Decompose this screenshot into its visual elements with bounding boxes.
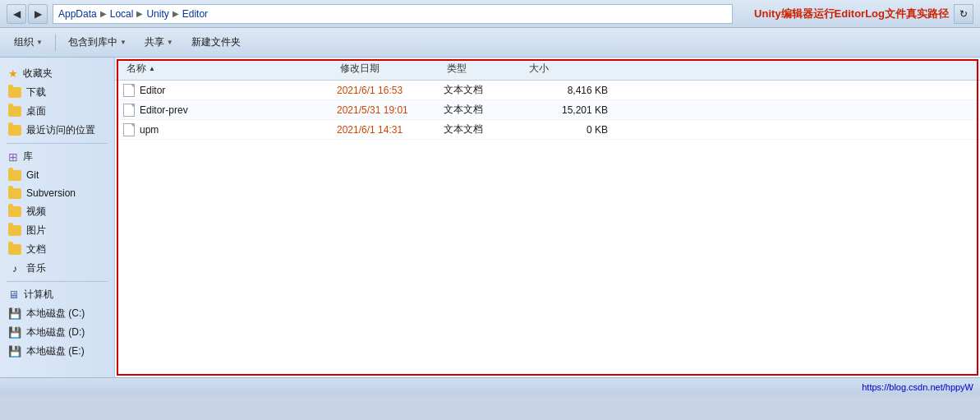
refresh-button[interactable]: ↻ bbox=[954, 4, 973, 24]
sidebar-git-label: Git bbox=[26, 169, 39, 181]
library-icon: ⊞ bbox=[8, 150, 18, 164]
toolbar-sep-1 bbox=[55, 35, 56, 51]
file-icon-1 bbox=[123, 104, 135, 117]
sort-arrow: ▲ bbox=[149, 65, 155, 72]
path-arrow-1: ▶ bbox=[100, 9, 107, 18]
path-editor[interactable]: Editor bbox=[182, 8, 208, 20]
file-icon-2 bbox=[123, 123, 135, 136]
cell-name-0: Editor bbox=[123, 84, 337, 97]
cell-type-1: 文本文档 bbox=[444, 103, 526, 117]
sidebar-computer-title: 🖥 计算机 bbox=[0, 285, 114, 304]
svn-icon bbox=[8, 187, 21, 200]
music-icon: ♪ bbox=[8, 262, 21, 275]
sidebar-item-images[interactable]: 图片 bbox=[0, 221, 114, 240]
organize-label: 组织 bbox=[14, 35, 34, 49]
column-header-type[interactable]: 类型 bbox=[444, 60, 526, 77]
sidebar-video-label: 视频 bbox=[26, 205, 46, 219]
drive-d-icon: 💾 bbox=[8, 326, 21, 339]
file-name-1: Editor-prev bbox=[140, 104, 188, 116]
path-unity[interactable]: Unity bbox=[146, 8, 168, 20]
share-arrow: ▼ bbox=[167, 39, 173, 46]
sidebar-item-music[interactable]: ♪ 音乐 bbox=[0, 259, 114, 278]
sidebar-recent-label: 最近访问的位置 bbox=[26, 123, 95, 137]
cell-date-0: 2021/6/1 16:53 bbox=[337, 85, 444, 96]
col-type-label: 类型 bbox=[447, 62, 467, 76]
cell-name-1: Editor-prev bbox=[123, 104, 337, 117]
cell-name-2: upm bbox=[123, 123, 337, 136]
back-button[interactable]: ◀ bbox=[7, 4, 26, 24]
new-folder-button[interactable]: 新建文件夹 bbox=[184, 32, 248, 53]
sidebar-music-label: 音乐 bbox=[26, 261, 46, 275]
organize-button[interactable]: 组织 ▼ bbox=[7, 32, 50, 53]
status-bar: https://blog.csdn.net/hppyW bbox=[0, 377, 980, 395]
path-arrow-2: ▶ bbox=[136, 9, 143, 18]
sidebar-item-drive-d[interactable]: 💾 本地磁盘 (D:) bbox=[0, 323, 114, 342]
file-icon-0 bbox=[123, 84, 135, 97]
sidebar-item-drive-c[interactable]: 💾 本地磁盘 (C:) bbox=[0, 304, 114, 323]
include-library-label: 包含到库中 bbox=[68, 35, 117, 49]
star-icon: ★ bbox=[8, 67, 18, 80]
sidebar-item-docs[interactable]: 文档 bbox=[0, 240, 114, 259]
sidebar-item-desktop[interactable]: 桌面 bbox=[0, 102, 114, 121]
sidebar-favorites-title: ★ 收藏夹 bbox=[0, 64, 114, 83]
file-area: 名称 ▲ 修改日期 类型 大小 Editor 2021/6/1 16:53 文本… bbox=[115, 58, 980, 377]
sidebar-svn-label: Subversion bbox=[26, 187, 76, 199]
sidebar-drive-d-label: 本地磁盘 (D:) bbox=[26, 325, 85, 339]
sidebar-item-svn[interactable]: Subversion bbox=[0, 184, 114, 202]
cell-size-1: 15,201 KB bbox=[526, 104, 608, 116]
cell-size-0: 8,416 KB bbox=[526, 85, 608, 96]
toolbar: 组织 ▼ 包含到库中 ▼ 共享 ▼ 新建文件夹 bbox=[0, 28, 980, 58]
include-library-arrow: ▼ bbox=[120, 39, 127, 46]
col-name-label: 名称 bbox=[127, 62, 146, 76]
git-icon bbox=[8, 168, 21, 182]
sidebar-library-title: ⊞ 库 bbox=[0, 147, 114, 166]
file-name-0: Editor bbox=[140, 85, 165, 96]
column-header-date[interactable]: 修改日期 bbox=[337, 60, 444, 77]
favorites-title-label: 收藏夹 bbox=[23, 67, 53, 81]
col-date-label: 修改日期 bbox=[340, 62, 380, 76]
share-label: 共享 bbox=[145, 35, 164, 49]
cell-size-2: 0 KB bbox=[526, 124, 608, 136]
path-local[interactable]: Local bbox=[110, 8, 134, 20]
sidebar-download-label: 下载 bbox=[26, 85, 46, 99]
sidebar-item-recent[interactable]: 最近访问的位置 bbox=[0, 121, 114, 140]
drive-e-icon: 💾 bbox=[8, 345, 21, 358]
sidebar-desktop-label: 桌面 bbox=[26, 104, 46, 118]
table-row[interactable]: Editor 2021/6/1 16:53 文本文档 8,416 KB bbox=[115, 81, 980, 100]
desktop-folder-icon bbox=[8, 105, 21, 118]
path-appdata[interactable]: AppData bbox=[58, 8, 97, 20]
sidebar-item-git[interactable]: Git bbox=[0, 166, 114, 184]
main-content: ★ 收藏夹 下载 桌面 最近访问的位置 ⊞ 库 bbox=[0, 58, 980, 377]
sidebar-divider-1 bbox=[7, 143, 108, 144]
sidebar-images-label: 图片 bbox=[26, 224, 46, 238]
column-header-size[interactable]: 大小 bbox=[526, 60, 608, 77]
recent-folder-icon bbox=[8, 124, 21, 137]
table-row[interactable]: upm 2021/6/1 14:31 文本文档 0 KB bbox=[115, 120, 980, 140]
new-folder-label: 新建文件夹 bbox=[191, 35, 241, 49]
sidebar: ★ 收藏夹 下载 桌面 最近访问的位置 ⊞ 库 bbox=[0, 58, 115, 377]
share-button[interactable]: 共享 ▼ bbox=[137, 32, 181, 53]
sidebar-drive-c-label: 本地磁盘 (C:) bbox=[26, 307, 85, 321]
video-icon bbox=[8, 205, 21, 219]
cell-date-2: 2021/6/1 14:31 bbox=[337, 124, 444, 136]
cell-date-1: 2021/5/31 19:01 bbox=[337, 104, 444, 116]
path-arrow-3: ▶ bbox=[173, 9, 179, 18]
address-bar: ◀ ▶ AppData ▶ Local ▶ Unity ▶ Editor Uni… bbox=[0, 0, 980, 28]
nav-buttons: ◀ ▶ bbox=[7, 4, 48, 24]
library-title-label: 库 bbox=[23, 150, 33, 164]
sidebar-item-download[interactable]: 下载 bbox=[0, 83, 114, 102]
organize-arrow: ▼ bbox=[36, 39, 43, 46]
cell-type-0: 文本文档 bbox=[444, 83, 526, 97]
table-row[interactable]: Editor-prev 2021/5/31 19:01 文本文档 15,201 … bbox=[115, 100, 980, 120]
drive-c-icon: 💾 bbox=[8, 307, 21, 321]
sidebar-item-drive-e[interactable]: 💾 本地磁盘 (E:) bbox=[0, 342, 114, 361]
address-path[interactable]: AppData ▶ Local ▶ Unity ▶ Editor bbox=[53, 4, 733, 24]
col-size-label: 大小 bbox=[529, 62, 549, 76]
include-library-button[interactable]: 包含到库中 ▼ bbox=[61, 32, 134, 53]
sidebar-item-video[interactable]: 视频 bbox=[0, 202, 114, 221]
computer-title-label: 计算机 bbox=[24, 288, 53, 302]
file-list-header: 名称 ▲ 修改日期 类型 大小 bbox=[115, 58, 980, 81]
sidebar-divider-2 bbox=[7, 281, 108, 282]
column-header-name[interactable]: 名称 ▲ bbox=[123, 60, 337, 77]
forward-button[interactable]: ▶ bbox=[28, 4, 48, 24]
